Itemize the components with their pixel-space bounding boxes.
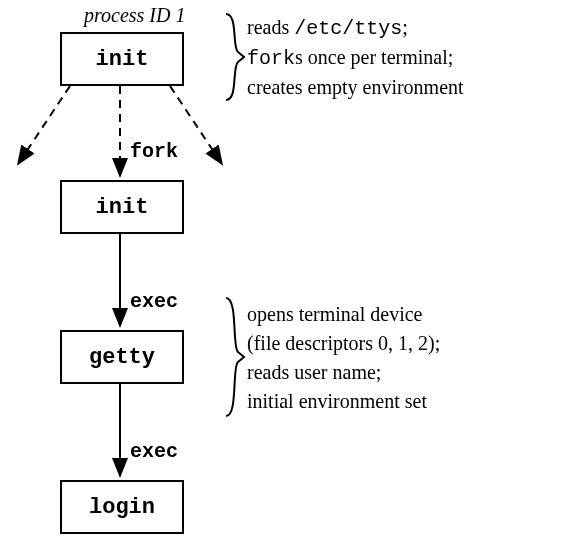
- arrow-label-fork: fork: [130, 140, 178, 163]
- annotation-getty-line2: (file descriptors 0, 1, 2);: [247, 329, 440, 358]
- annotation-getty-line1: opens terminal device: [247, 300, 440, 329]
- annotation-getty: opens terminal device (file descriptors …: [247, 300, 440, 416]
- annotation-init-line1: reads /etc/ttys;: [247, 13, 464, 43]
- process-id-label: process ID 1: [84, 4, 185, 27]
- annotation-getty-line4: initial environment set: [247, 387, 440, 416]
- arrow-label-exec-1: exec: [130, 290, 178, 313]
- brace-top: [226, 14, 244, 100]
- box-login: login: [60, 480, 184, 534]
- annotation-init-line1-a: reads: [247, 16, 294, 38]
- annotation-init-line2-b: s once per terminal;: [295, 46, 453, 68]
- dashed-arrow-left: [18, 86, 70, 164]
- box-init-top: init: [60, 32, 184, 86]
- annotation-init-line2: forks once per terminal;: [247, 43, 464, 73]
- annotation-init-line2-a: fork: [247, 47, 295, 70]
- annotation-init-line1-c: ;: [402, 16, 408, 38]
- annotation-getty-line3: reads user name;: [247, 358, 440, 387]
- brace-getty: [226, 298, 244, 416]
- annotation-init-line1-b: /etc/ttys: [294, 17, 402, 40]
- arrow-label-exec-2: exec: [130, 440, 178, 463]
- box-getty: getty: [60, 330, 184, 384]
- annotation-init: reads /etc/ttys; forks once per terminal…: [247, 13, 464, 102]
- box-init-mid: init: [60, 180, 184, 234]
- annotation-init-line3: creates empty environment: [247, 73, 464, 102]
